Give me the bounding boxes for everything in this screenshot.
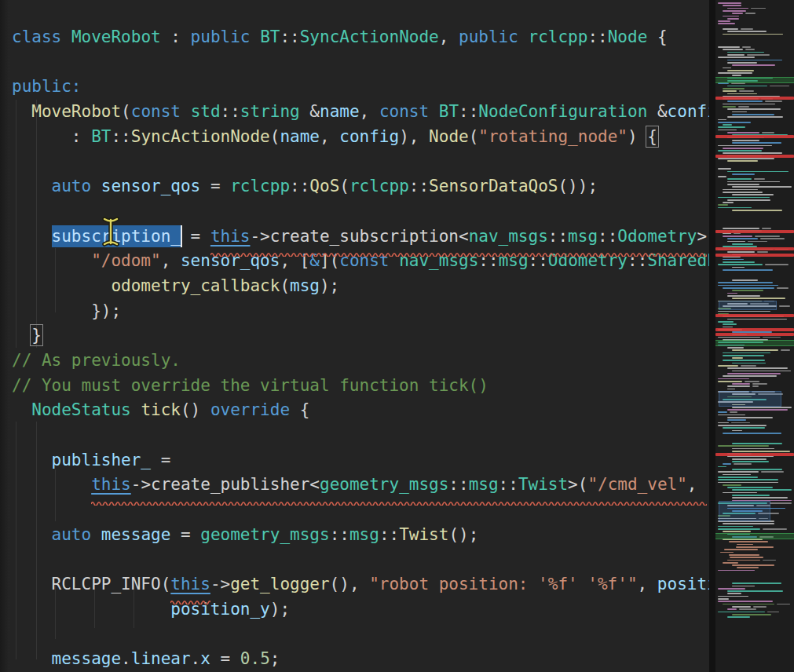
minimap-line — [748, 241, 767, 243]
code-line[interactable] — [12, 199, 709, 225]
code-line[interactable] — [12, 623, 709, 648]
code-line[interactable]: publisher_ = — [12, 448, 709, 473]
code-token: , [ — [280, 251, 309, 270]
minimap-line — [732, 142, 781, 144]
minimap-line — [718, 119, 726, 121]
code-line[interactable]: auto sensor_qos = rclcpp::QoS(rclcpp::Se… — [12, 174, 709, 199]
code-token: = — [210, 649, 240, 668]
code-line[interactable]: "/odom", sensor_qos, [&](const nav_msgs:… — [12, 249, 709, 274]
minimap-line — [718, 612, 765, 613]
video-frame: { "app": { "kind": "code-editor", "langu… — [0, 0, 794, 672]
code-line[interactable] — [12, 547, 709, 572]
code-token — [250, 27, 260, 46]
code-line[interactable]: MoveRobot(const std::string &name, const… — [12, 100, 709, 125]
code-line[interactable]: class MoveRobot : public BT::SyncActionN… — [12, 25, 709, 50]
code-line[interactable]: position_y); — [12, 597, 709, 623]
code-line[interactable] — [12, 423, 709, 448]
minimap[interactable] — [715, 0, 794, 672]
code-line[interactable]: odometry_callback(msg); — [12, 274, 709, 299]
minimap-line — [718, 145, 772, 147]
code-area[interactable]: class MoveRobot : public BT::SyncActionN… — [0, 0, 709, 672]
minimap-line — [727, 293, 737, 294]
minimap-line — [737, 567, 759, 568]
minimap-line — [723, 189, 758, 191]
minimap-line — [723, 433, 781, 434]
minimap-line — [727, 181, 780, 183]
minimap-line — [723, 90, 737, 92]
minimap-line — [732, 383, 750, 385]
minimap-line — [723, 269, 773, 271]
minimap-line — [715, 254, 794, 257]
minimap-line — [718, 415, 745, 416]
minimap-line — [767, 612, 779, 613]
code-token: < — [309, 475, 320, 494]
code-token: subscription_ — [52, 227, 181, 246]
minimap-line — [718, 122, 751, 123]
code-token: ]( — [320, 251, 339, 270]
minimap-green-band — [715, 77, 794, 83]
code-token: RCLCPP_INFO( — [12, 575, 170, 593]
code-token: std — [191, 102, 221, 121]
minimap-line — [730, 411, 737, 413]
minimap-line — [723, 34, 783, 35]
minimap-line — [715, 97, 794, 100]
code-token — [12, 600, 170, 619]
minimap-line — [723, 474, 751, 476]
minimap-line — [718, 168, 731, 170]
code-line[interactable]: // As previously. — [12, 349, 709, 374]
minimap-line — [732, 243, 753, 245]
code-line[interactable]: NodeStatus tick() override { — [12, 398, 709, 423]
code-token: rclcpp — [349, 177, 409, 195]
code-token: < — [459, 227, 469, 246]
code-line[interactable]: this->create_publisher<geometry_msgs::ms… — [12, 473, 709, 498]
code-line[interactable]: : BT::SyncActionNode(name, config), Node… — [12, 125, 709, 150]
code-token: linear — [131, 649, 191, 668]
code-line[interactable]: }); — [12, 299, 709, 324]
code-line[interactable]: RCLCPP_INFO(this->get_logger(), "robot p… — [12, 572, 709, 597]
code-token: class — [12, 27, 61, 46]
code-token — [390, 251, 400, 270]
code-line[interactable] — [12, 50, 709, 75]
code-line[interactable] — [12, 149, 709, 174]
minimap-line — [723, 5, 741, 6]
minimap-line — [715, 247, 794, 250]
code-token: () — [181, 400, 210, 419]
minimap-line — [718, 197, 770, 199]
code-line[interactable]: auto message = geometry_msgs::msg::Twist… — [12, 523, 709, 548]
code-token: sensor_qos — [101, 177, 200, 195]
code-token: & — [300, 102, 320, 121]
minimap-line — [734, 463, 752, 465]
minimap-line — [745, 381, 759, 382]
minimap-line — [742, 46, 751, 48]
code-token: : — [161, 27, 191, 46]
minimap-line — [727, 238, 758, 239]
minimap-line — [723, 427, 765, 429]
code-line[interactable]: message.linear.x = 0.5; — [12, 647, 709, 672]
code-editor[interactable]: class MoveRobot : public BT::SyncActionN… — [0, 0, 709, 672]
code-line[interactable]: public: — [12, 75, 709, 100]
code-token: msg — [469, 475, 499, 494]
code-token: public — [191, 27, 251, 46]
minimap-line — [727, 132, 759, 133]
minimap-line — [723, 531, 751, 532]
code-line[interactable] — [12, 498, 709, 523]
code-token: ( — [469, 127, 479, 146]
minimap-line — [732, 267, 745, 268]
code-line[interactable]: } — [12, 323, 709, 349]
code-token: -> — [210, 575, 230, 593]
code-token: SensorDataQoS — [429, 177, 558, 195]
minimap-line — [723, 562, 738, 564]
minimap-line — [723, 106, 736, 108]
minimap-line — [732, 443, 782, 444]
minimap-line — [727, 93, 757, 95]
minimap-line — [732, 279, 758, 281]
code-token: & — [309, 251, 320, 270]
minimap-line — [723, 375, 777, 377]
code-line[interactable]: // You must override the virtual functio… — [12, 374, 709, 399]
minimap-line — [723, 323, 737, 325]
code-line[interactable]: subscription_ = this->create_subscriptio… — [12, 225, 709, 250]
minimap-line — [732, 489, 792, 491]
minimap-line — [732, 363, 766, 364]
code-token: ) — [628, 127, 647, 146]
code-token: :: — [628, 251, 647, 270]
